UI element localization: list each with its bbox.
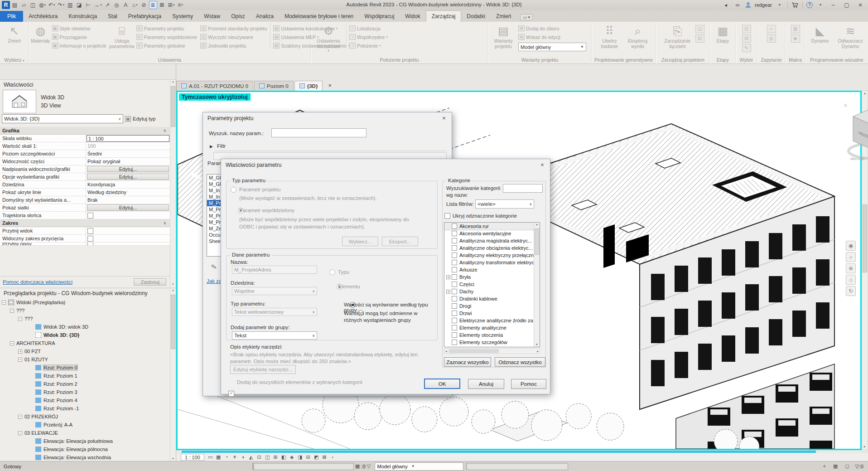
qat-icon[interactable]: ↗ — [104, 1, 112, 9]
view-tab[interactable]: Poziom 0 — [254, 81, 294, 91]
ribbon-tab[interactable]: Plik — [0, 11, 23, 22]
ribbon-tab[interactable]: Wstaw — [198, 11, 226, 22]
check-all-button[interactable]: Zaznacz wszystko — [444, 357, 491, 367]
dynamo-player-button[interactable]: ≋Odtwarzacz Dynamo — [834, 23, 866, 49]
view-control-icon[interactable]: ⊠ — [321, 454, 328, 460]
discipline-dropdown[interactable]: Wspólne∨ — [232, 287, 317, 295]
qat-icon[interactable]: A — [122, 1, 130, 9]
property-row[interactable]: Poziom szczegółowości Średni — [0, 150, 170, 158]
param-search-input[interactable] — [271, 128, 366, 137]
close-icon[interactable]: × — [436, 112, 452, 124]
view-control-icon[interactable]: ◑ — [240, 454, 246, 460]
tree-expander-icon[interactable]: + — [446, 290, 450, 294]
tree-expander-icon[interactable]: − — [18, 415, 22, 419]
browser-tree-item[interactable]: Rzut: Poziom 4 — [0, 396, 170, 404]
ribbon-item[interactable]: ▦Informacje o projekcie — [52, 42, 108, 49]
category-row[interactable]: + Dachy — [444, 288, 540, 295]
properties-help-link[interactable]: Pomoc dotycząca właściwości — [0, 279, 72, 285]
manage-images-icon[interactable]: ◲ — [695, 25, 704, 33]
ribbon-tab[interactable]: Współpracuj — [359, 11, 400, 22]
warning-icon[interactable]: ▦ — [354, 463, 361, 469]
property-row[interactable]: Widoczny zakres przycięcia — [0, 235, 170, 243]
qat-icon[interactable]: ⊠ — [158, 1, 166, 9]
qat-icon[interactable]: ◫ — [29, 1, 37, 9]
ribbon-item[interactable]: ⎘Parametry globalne — [136, 42, 198, 49]
qat-icon[interactable]: ↶▾ — [48, 1, 56, 9]
project-parameter-radio[interactable] — [231, 187, 236, 193]
canvas-horizontal-scrollbar[interactable] — [176, 450, 862, 453]
view-control-icon[interactable]: ◫ — [264, 454, 271, 460]
browser-tree-item[interactable]: − ??? — [0, 306, 170, 315]
category-row[interactable]: Arkusze — [444, 266, 540, 273]
view-control-icon[interactable]: ◈ — [289, 454, 295, 460]
qat-icon[interactable]: ⊢ — [84, 1, 92, 9]
select-by-id-icon[interactable]: ◎ — [767, 34, 776, 43]
qat-icon[interactable]: ◪ — [75, 1, 83, 9]
browser-tree-item[interactable]: Widok 3D: widok 3D — [0, 323, 170, 331]
category-checkbox[interactable] — [452, 231, 457, 236]
user-menu-chevron-icon[interactable]: ▾ — [776, 1, 784, 9]
qat-icon[interactable]: ≡▾ — [176, 1, 184, 9]
search-icon[interactable]: ∞ — [733, 1, 742, 9]
ribbon-item[interactable]: ◫Wyczyść nieużywane — [200, 33, 268, 41]
qat-icon[interactable]: ◍▾ — [38, 1, 47, 9]
category-row[interactable]: Akcesoria rur — [444, 223, 540, 230]
revit-logo-icon[interactable]: R — [2, 1, 10, 9]
close-icon[interactable]: × — [535, 159, 550, 170]
property-row[interactable]: Widoczność części Pokaż oryginał — [0, 158, 170, 165]
browser-tree-item[interactable]: Widok 3D: {3D} — [0, 331, 170, 339]
nav-tool-icon[interactable]: ⌂ — [846, 275, 856, 285]
browser-tree-item[interactable]: Elewacja: Elewacja północna — [0, 445, 170, 453]
category-checkbox[interactable] — [452, 274, 457, 280]
category-row[interactable]: Elektryczne analityczne źródło za — [444, 317, 540, 324]
property-row[interactable]: Wartość skali 1: 100 — [0, 142, 170, 150]
save-selection-icon[interactable]: ⊡ — [742, 25, 751, 33]
parameter-type-dropdown[interactable]: Tekst wielowierszowy∨ — [232, 308, 317, 316]
property-row[interactable]: Opcje wyświetlania grafiki Edytuj... — [0, 173, 170, 181]
browser-tree-item[interactable]: Elewacja: Elewacja południowa — [0, 437, 170, 445]
ribbon-item[interactable]: ◔Współrzędne▾ — [349, 33, 388, 41]
qat-icon[interactable]: ▥ — [66, 1, 74, 9]
active-design-option-dropdown[interactable]: Model główny▼ — [518, 43, 586, 51]
browser-tree-item[interactable]: − ARCHITEKTURA — [0, 339, 170, 347]
ribbon-tab[interactable]: Stal — [102, 11, 123, 22]
category-checkbox[interactable] — [452, 303, 457, 309]
ribbon-tab[interactable]: Zarządzaj — [426, 10, 462, 22]
ribbon-tab[interactable]: Opisz — [226, 11, 251, 22]
tree-expander-icon[interactable]: − — [18, 317, 22, 321]
browser-tree-item[interactable]: Elewacja: Elewacja wschodnia — [0, 453, 170, 461]
selection-toggle-icon[interactable]: + — [822, 463, 827, 469]
category-row[interactable]: Elementy szczegółów — [444, 339, 540, 346]
design-options-button[interactable]: ▤Warianty projektu — [490, 23, 516, 49]
browser-tree-item[interactable]: − Widoki (Przeglądarka) — [0, 298, 170, 306]
hide-unchecked-checkbox[interactable] — [444, 213, 450, 219]
qat-icon[interactable]: ⌂▾ — [131, 1, 139, 9]
tree-expander-icon[interactable]: + — [18, 350, 22, 354]
category-checkbox[interactable] — [452, 238, 457, 243]
properties-scrollbar[interactable]: ▴▾ — [170, 80, 176, 287]
ribbon-item[interactable]: ⊞Dodaj do zbioru — [518, 24, 586, 32]
materials-button[interactable]: ◍Materiały — [31, 23, 50, 44]
category-checkbox[interactable] — [452, 223, 457, 229]
filter-list-dropdown[interactable]: <wiele>∨ — [475, 199, 534, 209]
view-tab[interactable]: A.01 - RZUT POZIOMU 0 — [176, 81, 253, 91]
qat-icon[interactable]: ▱ — [20, 1, 28, 9]
phases-button[interactable]: ▦Etapy — [712, 23, 733, 44]
browser-tree-item[interactable]: − 02 PRZEKRÓJ — [0, 413, 170, 421]
category-row[interactable]: Elementy analityczne — [444, 324, 540, 331]
browser-tree-item[interactable]: Rzut: Poziom 0 — [0, 364, 170, 372]
property-row[interactable]: Trajektoria słońca — [0, 212, 170, 219]
category-row[interactable]: Analityczny transformator elektryc — [444, 259, 540, 266]
category-checkbox[interactable] — [452, 347, 457, 347]
category-row[interactable]: Części — [444, 281, 540, 288]
ribbon-item[interactable]: ▦Style obiektów — [52, 24, 108, 32]
property-row[interactable]: Domyślny styl wyświetlania a... Brak — [0, 196, 170, 204]
ribbon-item[interactable]: ⊞Wskaż do edycji — [518, 33, 586, 41]
nav-tool-icon[interactable]: ↻ — [846, 286, 856, 296]
tree-expander-icon[interactable]: − — [2, 301, 6, 305]
name-input[interactable]: M_ProjektAdres — [232, 266, 317, 274]
category-checkbox[interactable] — [452, 325, 457, 330]
category-checkbox[interactable] — [452, 260, 457, 265]
qat-icon[interactable]: ≣ — [149, 1, 157, 9]
ribbon-tab[interactable]: Systemy — [167, 11, 198, 22]
